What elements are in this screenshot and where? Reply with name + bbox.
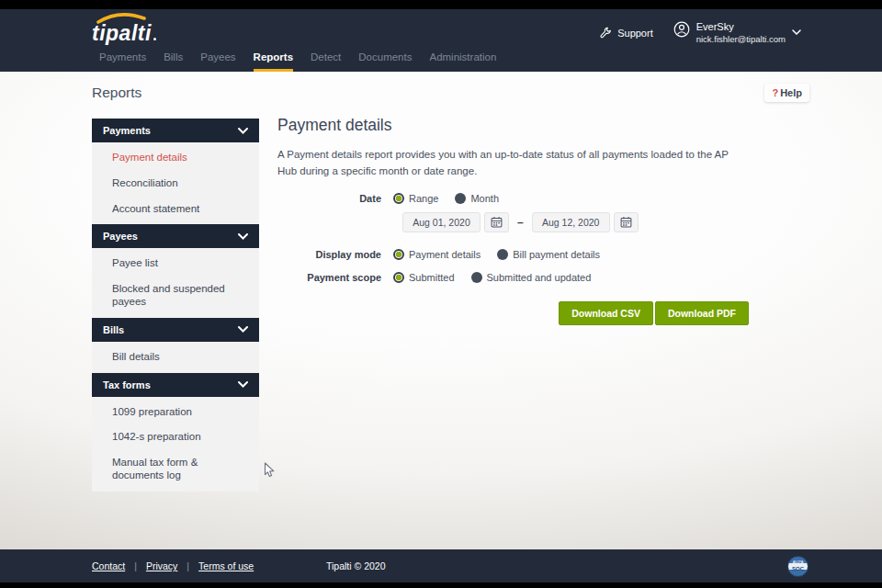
sidebar-section-tax-forms[interactable]: Tax forms — [92, 373, 259, 397]
date-to-calendar-button[interactable] — [614, 212, 639, 232]
sidebar-item-1042s-preparation[interactable]: 1042-s preparation — [92, 424, 259, 450]
date-from-calendar-button[interactable] — [484, 212, 509, 232]
radio-selected-icon[interactable] — [393, 193, 404, 204]
radio-unselected-icon[interactable] — [455, 193, 466, 204]
help-label: Help — [780, 87, 802, 98]
payment-scope-label: Payment scope — [277, 272, 381, 283]
footer-link-privacy[interactable]: Privacy — [146, 560, 177, 571]
date-range-inputs: Aug 01, 2020 – Aug 12, 2020 — [402, 212, 749, 232]
date-label: Date — [277, 193, 381, 204]
soc-badge-main-text: SOC — [788, 566, 808, 571]
sidebar-section-payments-items: Payment details Reconciliation Account s… — [92, 142, 259, 224]
sidebar-item-payee-list[interactable]: Payee list — [92, 251, 259, 277]
radio-bill-payment-details[interactable]: Bill payment details — [497, 249, 600, 260]
calendar-icon — [620, 216, 632, 228]
nav-payees[interactable]: Payees — [200, 51, 235, 72]
wrench-icon — [599, 27, 612, 40]
radio-month-label: Month — [470, 193, 499, 204]
chevron-down-icon — [238, 326, 248, 333]
chevron-down-icon — [238, 381, 248, 388]
page-footer: Contact | Privacy | Terms of use Tipalti… — [0, 549, 882, 582]
report-content: Payment details A Payment details report… — [277, 116, 749, 325]
user-email: nick.fishler@tipalti.com — [696, 34, 786, 45]
display-mode-radio-group: Payment details Bill payment details — [393, 249, 600, 260]
display-mode-label: Display mode — [277, 249, 381, 260]
user-names: EverSky nick.fishler@tipalti.com — [696, 21, 786, 45]
sidebar-section-tax-forms-items: 1099 preparation 1042-s preparation Manu… — [92, 397, 259, 492]
date-to-input[interactable]: Aug 12, 2020 — [532, 212, 610, 232]
logo-text: tipalti — [92, 21, 152, 45]
radio-range[interactable]: Range — [393, 193, 438, 204]
aicpa-soc-badge[interactable]: AICPA SOC — [787, 556, 808, 577]
radio-bill-payment-details-label: Bill payment details — [513, 249, 600, 260]
date-from-input[interactable]: Aug 01, 2020 — [402, 212, 481, 232]
support-link[interactable]: Support — [599, 27, 653, 40]
display-mode-row: Display mode Payment details Bill paymen… — [277, 249, 749, 260]
radio-month[interactable]: Month — [455, 193, 499, 204]
calendar-icon — [491, 216, 503, 228]
chevron-down-icon[interactable] — [792, 29, 801, 35]
section-title: Payees — [103, 231, 138, 242]
user-avatar-icon — [673, 21, 690, 38]
section-title: Tax forms — [103, 379, 151, 390]
chevron-down-icon — [238, 233, 248, 240]
sidebar-item-payment-details[interactable]: Payment details — [92, 145, 259, 171]
radio-submitted[interactable]: Submitted — [393, 272, 455, 283]
logo-dot — [153, 38, 156, 40]
download-buttons-row: Download CSV Download PDF — [277, 301, 749, 325]
date-range-separator: – — [517, 216, 524, 229]
sidebar-item-reconciliation[interactable]: Reconciliation — [92, 171, 259, 197]
chevron-down-icon — [238, 128, 248, 134]
sidebar-item-bill-details[interactable]: Bill details — [92, 345, 259, 370]
footer-link-terms[interactable]: Terms of use — [198, 560, 254, 571]
header-right-cluster: Support EverSky nick.fishler@tipalti.com — [599, 21, 801, 45]
report-title: Payment details — [277, 116, 749, 135]
soc-badge-top-text: AICPA — [788, 560, 808, 564]
sidebar-item-blocked-suspended-payees[interactable]: Blocked and suspended payees — [92, 277, 259, 315]
sidebar-section-bills-items: Bill details — [92, 342, 259, 373]
nav-bills[interactable]: Bills — [164, 51, 183, 72]
reports-sidebar: Payments Payment details Reconciliation … — [92, 119, 259, 492]
sidebar-section-bills[interactable]: Bills — [92, 318, 259, 342]
payment-scope-row: Payment scope Submitted Submitted and up… — [277, 272, 749, 283]
main-nav: Payments Bills Payees Reports Detect Doc… — [99, 51, 496, 72]
top-header: tipalti Payments Bills Payees Reports De… — [0, 9, 882, 72]
help-question-icon: ? — [772, 87, 778, 98]
radio-submitted-label: Submitted — [409, 272, 455, 283]
main-canvas: Reports ? Help Payments Payment details … — [0, 72, 882, 549]
footer-copyright: Tipalti © 2020 — [326, 560, 386, 571]
payment-scope-radio-group: Submitted Submitted and updated — [393, 272, 591, 283]
footer-divider: | — [187, 560, 189, 571]
nav-documents[interactable]: Documents — [358, 51, 412, 72]
radio-payment-details[interactable]: Payment details — [393, 249, 481, 260]
help-button[interactable]: ? Help — [764, 84, 809, 102]
section-title: Bills — [103, 324, 124, 335]
footer-links: Contact | Privacy | Terms of use — [92, 560, 254, 571]
support-label: Support — [617, 28, 653, 39]
nav-administration[interactable]: Administration — [429, 51, 496, 72]
sidebar-item-1099-preparation[interactable]: 1099 preparation — [92, 400, 259, 425]
download-csv-button[interactable]: Download CSV — [559, 301, 653, 325]
date-row: Date Range Month — [277, 193, 749, 204]
radio-selected-icon[interactable] — [393, 272, 404, 283]
mouse-cursor — [264, 462, 276, 479]
sidebar-section-payees-items: Payee list Blocked and suspended payees — [92, 248, 259, 317]
sidebar-item-manual-tax-form[interactable]: Manual tax form & documents log — [92, 450, 259, 489]
date-radio-group: Range Month — [393, 193, 499, 204]
nav-detect[interactable]: Detect — [311, 51, 341, 72]
radio-submitted-and-updated[interactable]: Submitted and updated — [471, 272, 592, 283]
sidebar-item-account-statement[interactable]: Account statement — [92, 197, 259, 222]
user-menu[interactable]: EverSky nick.fishler@tipalti.com — [673, 21, 801, 45]
radio-unselected-icon[interactable] — [471, 272, 482, 283]
tipalti-logo[interactable]: tipalti — [92, 14, 156, 39]
nav-payments[interactable]: Payments — [99, 51, 146, 72]
sidebar-section-payees[interactable]: Payees — [92, 224, 259, 248]
page-title: Reports — [92, 85, 141, 101]
download-pdf-button[interactable]: Download PDF — [655, 301, 749, 325]
radio-selected-icon[interactable] — [393, 249, 404, 260]
footer-link-contact[interactable]: Contact — [92, 560, 125, 571]
radio-unselected-icon[interactable] — [497, 249, 508, 260]
nav-reports[interactable]: Reports — [254, 51, 293, 72]
sidebar-section-payments[interactable]: Payments — [92, 119, 259, 142]
report-description: A Payment details report provides you wi… — [277, 147, 745, 180]
